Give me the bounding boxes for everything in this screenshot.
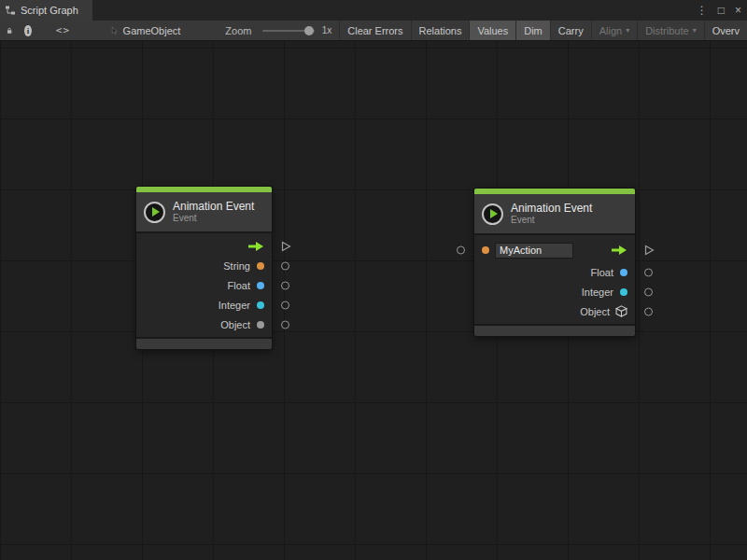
- button-label: Values: [477, 25, 508, 36]
- event-play-icon: [144, 202, 165, 223]
- node-header: Animation Event Event: [474, 194, 635, 233]
- flow-arrow-icon: [247, 241, 264, 252]
- flow-output-port[interactable]: [644, 245, 655, 256]
- overview-button[interactable]: Overv: [704, 21, 747, 41]
- toolbar-buttons: Clear Errors Relations Values Dim Carry …: [339, 21, 747, 41]
- lock-icon[interactable]: [7, 25, 12, 36]
- button-label: Carry: [558, 25, 584, 36]
- play-triangle: [490, 209, 498, 218]
- output-row-float: Float: [474, 262, 635, 282]
- port-label: Float: [591, 267, 613, 278]
- port-label: Float: [228, 280, 250, 291]
- button-label: Clear Errors: [347, 25, 402, 36]
- node-footer: [474, 326, 635, 336]
- integer-type-dot: [620, 288, 627, 296]
- float-output-port[interactable]: [644, 268, 653, 276]
- window-titlebar: Script Graph ⋮ □ ×: [0, 0, 747, 21]
- flow-output-port[interactable]: [281, 241, 291, 252]
- float-type-dot: [620, 269, 627, 276]
- script-graph-icon: [5, 5, 16, 16]
- node-titles: Animation Event Event: [511, 202, 592, 226]
- align-button[interactable]: Align ▾: [591, 21, 637, 41]
- output-row-float: Float: [136, 275, 272, 295]
- integer-output-port[interactable]: [644, 287, 653, 296]
- string-type-dot: [482, 246, 489, 254]
- button-label: Distribute: [645, 25, 688, 36]
- object-output-port[interactable]: [644, 307, 653, 315]
- node-animation-event-1[interactable]: Animation Event Event String: [136, 187, 272, 349]
- string-output-port[interactable]: [281, 261, 289, 270]
- tab-title: Script Graph: [21, 5, 78, 16]
- kebab-menu-icon[interactable]: ⋮: [697, 0, 708, 21]
- string-type-dot: [257, 262, 264, 270]
- graph-canvas[interactable]: Animation Event Event String: [0, 41, 747, 560]
- output-row-integer: Integer: [474, 282, 635, 301]
- port-label: Integer: [218, 300, 250, 311]
- node-subtitle: Event: [511, 215, 592, 226]
- flow-arrow-icon: [611, 245, 627, 256]
- action-name-input[interactable]: [495, 243, 573, 259]
- object-output-port[interactable]: [281, 320, 289, 329]
- port-label: Object: [220, 319, 250, 330]
- button-label: Dim: [524, 25, 543, 36]
- string-input-port[interactable]: [457, 246, 465, 255]
- window-controls: ⋮ □ ×: [697, 0, 741, 21]
- gameobject-reference[interactable]: GameObject: [123, 25, 181, 36]
- button-label: Align: [599, 25, 622, 36]
- node-title: Animation Event: [511, 202, 592, 215]
- play-triangle: [152, 207, 160, 217]
- port-label: String: [223, 260, 250, 272]
- distribute-button[interactable]: Distribute ▾: [637, 21, 703, 41]
- node-titles: Animation Event Event: [173, 200, 254, 224]
- code-view-icon[interactable]: <>: [56, 24, 70, 36]
- port-label: Object: [580, 306, 610, 317]
- node-header: Animation Event Event: [136, 192, 272, 231]
- node-body: Float Integer Object: [474, 233, 635, 326]
- maximize-icon[interactable]: □: [718, 0, 725, 21]
- dim-button[interactable]: Dim: [515, 21, 550, 41]
- node-subtitle: Event: [173, 213, 254, 224]
- node-footer: [136, 339, 272, 349]
- button-label: Relations: [419, 25, 462, 36]
- button-label: Overv: [712, 25, 740, 36]
- node-animation-event-2[interactable]: Animation Event Event Float: [474, 189, 635, 336]
- chevron-down-icon: ▾: [626, 26, 629, 35]
- graph-toolbar: i <> GameObject Zoom 1x Clear Errors Rel…: [0, 21, 747, 41]
- zoom-slider-knob[interactable]: [304, 26, 314, 35]
- tab-script-graph[interactable]: Script Graph: [0, 0, 92, 21]
- object-type-dot: [257, 321, 264, 329]
- node-body: String Float Integer Object: [136, 231, 272, 339]
- chevron-down-icon: ▾: [693, 26, 697, 35]
- output-row-string: String: [136, 256, 272, 275]
- flow-port-triangle-icon: [281, 241, 291, 252]
- close-icon[interactable]: ×: [735, 0, 741, 21]
- info-icon[interactable]: i: [24, 25, 32, 36]
- zoom-label: Zoom: [225, 25, 251, 36]
- node-title: Animation Event: [173, 200, 254, 213]
- float-type-dot: [257, 282, 264, 289]
- zoom-slider[interactable]: [262, 30, 314, 32]
- flow-port-triangle-icon: [644, 245, 655, 256]
- zoom-value: 1x: [322, 25, 332, 35]
- integer-output-port[interactable]: [281, 301, 289, 309]
- event-play-icon: [482, 203, 503, 225]
- carry-button[interactable]: Carry: [550, 21, 591, 41]
- clear-errors-button[interactable]: Clear Errors: [339, 21, 410, 41]
- port-label: Integer: [582, 287, 613, 298]
- gameobject-cursor-icon: [111, 24, 119, 37]
- relations-button[interactable]: Relations: [411, 21, 470, 41]
- output-row-object: Object: [474, 301, 635, 321]
- float-output-port[interactable]: [281, 281, 289, 289]
- flow-output-row: [136, 236, 272, 256]
- object-cube-icon: [615, 305, 627, 317]
- values-button[interactable]: Values: [469, 21, 515, 41]
- output-row-integer: Integer: [136, 295, 272, 315]
- integer-type-dot: [257, 301, 264, 309]
- action-name-row: [474, 238, 635, 262]
- output-row-object: Object: [136, 315, 272, 334]
